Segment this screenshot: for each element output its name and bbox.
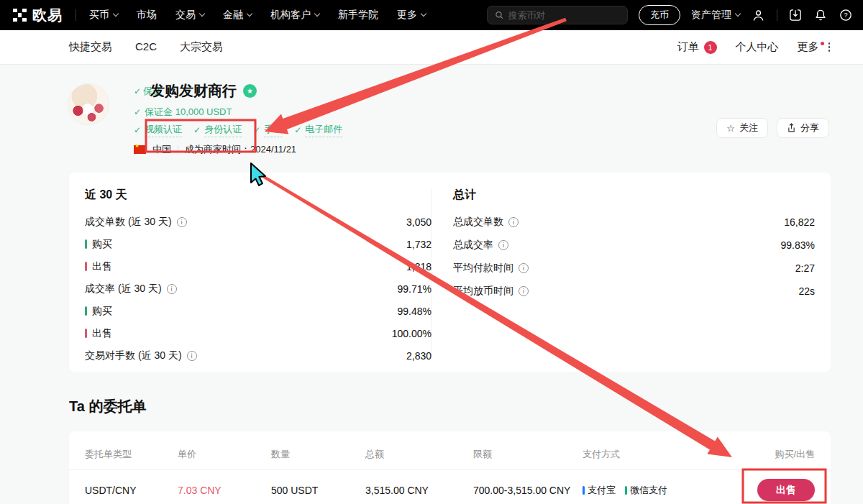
check-icon: ✓ — [193, 125, 201, 135]
more-dots-icon — [828, 42, 831, 52]
merchant-avatar — [68, 83, 109, 125]
sell-button[interactable]: 出售 — [757, 479, 815, 501]
info-icon[interactable]: i — [519, 263, 529, 273]
check-icon: ✓ — [134, 125, 141, 135]
verification-phone[interactable]: ✓手机 — [253, 123, 283, 137]
order-amount: 500 USDT — [271, 485, 365, 496]
orders-link[interactable]: 订单 1 — [677, 40, 717, 54]
stat-row-buy-orders: 购买 1,732 — [85, 233, 432, 255]
divider — [178, 145, 178, 154]
stats-total: 总计 总成交单数i 16,822 总成交率i 99.83% 平均付款时间i 2:… — [432, 173, 831, 372]
country-label: 中国 — [152, 143, 171, 156]
okx-logo[interactable]: 欧易 — [13, 6, 63, 25]
col-limit: 限额 — [473, 448, 583, 461]
menu-item-trade[interactable]: 交易 — [175, 9, 204, 22]
info-icon[interactable]: i — [519, 286, 529, 296]
order-total: 3,515.00 CNY — [365, 485, 473, 496]
merchant-meta: ★ 中国 成为商家时间：2024/11/21 — [134, 143, 342, 156]
follow-button[interactable]: ☆ 关注 — [716, 118, 768, 138]
merchant-info: ✓ 保证 发购发财商行 ★ ✓ 保证金 10,000 USDT ✓视频认证 ✓身… — [134, 81, 342, 156]
menu-item-buy-crypto[interactable]: 买币 — [89, 9, 118, 22]
info-icon[interactable]: i — [508, 217, 519, 227]
wechat-bar-icon — [625, 486, 627, 495]
star-icon: ☆ — [726, 123, 735, 134]
stat-row-completion-rate: 成交率 (近 30 天)i 99.71% — [85, 278, 432, 300]
chevron-down-icon — [247, 11, 252, 17]
sell-bar-icon — [85, 262, 87, 271]
stat-row-buy-rate: 购买 99.48% — [85, 300, 432, 322]
stats-recent-title: 近 30 天 — [85, 188, 432, 203]
payment-wechat: 微信支付 — [625, 484, 667, 497]
search-box[interactable] — [487, 6, 628, 24]
more-link[interactable]: 更多 — [798, 40, 831, 54]
help-icon[interactable]: ? — [839, 8, 853, 22]
col-order-type: 委托单类型 — [85, 448, 178, 461]
main-menu: 买币 市场 交易 金融 机构客户 新手学院 更多 — [89, 9, 426, 22]
menu-item-markets[interactable]: 市场 — [137, 9, 157, 22]
divider — [777, 9, 777, 21]
alipay-bar-icon — [583, 486, 585, 495]
share-button[interactable]: 分享 — [777, 118, 829, 138]
china-flag-icon: ★ — [134, 145, 146, 154]
menu-item-more[interactable]: 更多 — [397, 9, 426, 22]
tab-block-trade[interactable]: 大宗交易 — [180, 40, 223, 54]
svg-text:?: ? — [844, 12, 847, 19]
brand-name: 欧易 — [32, 6, 63, 25]
chevron-down-icon — [314, 11, 320, 17]
check-icon: ✓ — [134, 107, 141, 117]
stat-row-counterparties: 交易对手数 (近 30 天)i 2,830 — [85, 344, 432, 367]
profile-icon[interactable] — [751, 8, 766, 23]
col-total: 总额 — [365, 448, 473, 461]
col-amount: 数量 — [271, 448, 365, 461]
orders-section-title: Ta 的委托单 — [69, 397, 146, 416]
notification-dot — [821, 42, 824, 45]
chevron-down-icon — [113, 11, 119, 17]
stat-row-completed-orders: 成交单数 (近 30 天)i 3,050 — [85, 211, 432, 233]
buy-bar-icon — [85, 239, 87, 249]
verification-video[interactable]: ✓视频认证 — [134, 123, 182, 137]
profile-actions: ☆ 关注 分享 — [716, 118, 829, 138]
okx-logo-icon — [13, 9, 27, 22]
info-icon[interactable]: i — [177, 217, 187, 227]
orders-count-badge: 1 — [704, 41, 717, 54]
order-limit: 700.00-3,515.00 CNY — [473, 485, 583, 496]
menu-item-finance[interactable]: 金融 — [223, 9, 252, 22]
share-icon — [787, 123, 796, 133]
payment-methods: 支付宝 微信支付 — [583, 484, 730, 497]
check-icon: ✓ — [134, 86, 141, 96]
payment-alipay: 支付宝 — [583, 484, 616, 497]
search-icon — [495, 10, 504, 20]
divider — [76, 9, 76, 21]
col-buy-sell: 购买/出售 — [775, 448, 815, 461]
orders-table-header: 委托单类型 单价 数量 总额 限额 支付方式 购买/出售 — [69, 431, 831, 470]
tab-c2c[interactable]: C2C — [135, 40, 157, 54]
deposit-button[interactable]: 充币 — [639, 5, 680, 25]
stat-row-total-rate: 总成交率i 99.83% — [453, 234, 815, 257]
download-app-icon[interactable] — [788, 8, 803, 22]
stats-last-30-days: 近 30 天 成交单数 (近 30 天)i 3,050 购买 1,732 出售 … — [69, 173, 432, 372]
top-navbar: 欧易 买币 市场 交易 金融 机构客户 新手学院 更多 充币 资产管理 — [0, 0, 863, 30]
stat-row-avg-release-time: 平均放币时间i 22s — [453, 280, 815, 303]
notifications-bell-icon[interactable] — [813, 8, 828, 22]
info-icon[interactable]: i — [498, 240, 508, 250]
orders-table-card: 委托单类型 单价 数量 总额 限额 支付方式 购买/出售 USDT/CNY 7.… — [69, 431, 831, 504]
search-input[interactable] — [508, 10, 620, 21]
stat-row-sell-rate: 出售 100.00% — [85, 322, 432, 344]
stat-row-total-orders: 总成交单数i 16,822 — [453, 211, 815, 234]
info-icon[interactable]: i — [167, 284, 177, 294]
info-icon[interactable]: i — [187, 351, 197, 361]
check-icon: ✓ — [294, 125, 301, 135]
menu-item-institutions[interactable]: 机构客户 — [270, 9, 319, 22]
buy-bar-icon — [85, 306, 87, 316]
verification-identity[interactable]: ✓身份认证 — [193, 123, 242, 137]
user-center-link[interactable]: 个人中心 — [736, 40, 779, 54]
chevron-down-icon — [421, 11, 426, 17]
member-since: 成为商家时间：2024/11/21 — [185, 143, 296, 156]
menu-item-academy[interactable]: 新手学院 — [338, 9, 378, 22]
order-pair: USDT/CNY — [85, 485, 178, 496]
verified-merchant-badge: ★ — [243, 84, 257, 98]
assets-menu[interactable]: 资产管理 — [691, 9, 740, 22]
verification-email[interactable]: ✓电子邮件 — [294, 123, 342, 137]
col-price: 单价 — [178, 448, 271, 461]
tab-express-trade[interactable]: 快捷交易 — [69, 40, 112, 54]
